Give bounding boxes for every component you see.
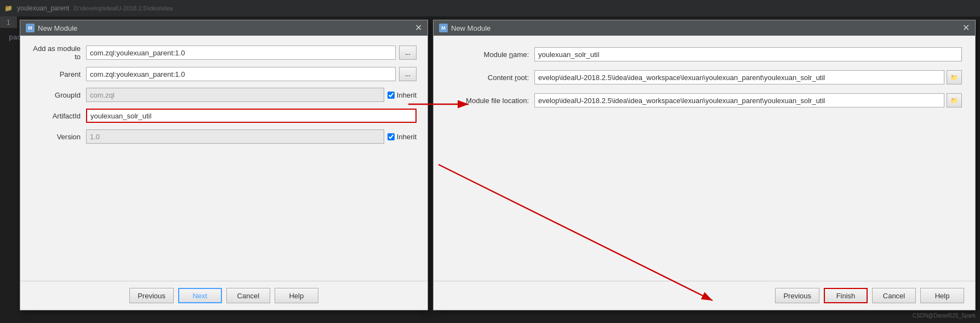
parent-row: Parent ...	[31, 66, 417, 82]
parent-input[interactable]	[86, 67, 396, 81]
group-id-label: GroupId	[31, 91, 86, 99]
right-dialog-close-button[interactable]: ✕	[962, 24, 970, 32]
module-file-browse-button[interactable]: 📁	[947, 93, 962, 107]
add-as-module-input[interactable]	[86, 46, 396, 60]
content-root-label: Content root:	[447, 73, 534, 82]
version-inherit-checkbox[interactable]	[388, 133, 395, 140]
parent-browse-button[interactable]: ...	[399, 67, 417, 81]
module-name-row: Module name:	[447, 47, 962, 62]
add-as-module-row: Add as module to ...	[31, 44, 417, 61]
left-dialog-title: New Module	[38, 24, 77, 32]
group-id-row: GroupId Inherit	[31, 87, 417, 103]
version-inherit-label: Inherit	[397, 133, 417, 141]
module-name-input[interactable]	[534, 47, 962, 61]
left-help-button[interactable]: Help	[275, 288, 318, 303]
version-inherit-wrap: Inherit	[388, 133, 417, 141]
parent-label: Parent	[31, 70, 86, 78]
content-root-row: Content root: 📁	[447, 70, 962, 85]
left-dialog-footer: Previous Next Cancel Help	[20, 281, 428, 310]
new-module-dialog-right: M New Module ✕ Module name: Content root…	[433, 20, 976, 310]
right-help-button[interactable]: Help	[920, 288, 964, 303]
content-root-input[interactable]	[534, 70, 944, 84]
module-file-label: Module file location:	[447, 97, 534, 105]
right-finish-button[interactable]: Finish	[824, 288, 868, 303]
new-module-dialog-left: M New Module ✕ Add as module to ... Pare…	[20, 20, 428, 310]
left-dialog-title-bar: M New Module ✕	[20, 20, 428, 36]
module-file-row: Module file location: 📁	[447, 93, 962, 108]
group-id-input[interactable]	[86, 88, 384, 102]
left-dialog-body: Add as module to ... Parent ... GroupId …	[20, 36, 428, 281]
artifact-id-row: ArtifactId	[31, 108, 417, 123]
add-as-module-label: Add as module to	[31, 44, 86, 61]
watermark: CSDN@Daniel525_Spark	[913, 313, 976, 319]
module-icon-right: M	[439, 24, 448, 32]
left-previous-button[interactable]: Previous	[129, 288, 174, 303]
module-name-label: Module name:	[447, 50, 534, 59]
left-dialog-close-button[interactable]: ✕	[415, 24, 422, 32]
right-dialog-title: New Module	[451, 24, 491, 32]
left-next-button[interactable]: Next	[178, 288, 222, 303]
module-icon-left: M	[26, 24, 35, 32]
left-cancel-button[interactable]: Cancel	[226, 288, 270, 303]
version-row: Version Inherit	[31, 129, 417, 144]
group-id-inherit-label: Inherit	[397, 91, 417, 99]
version-input[interactable]	[86, 129, 384, 144]
artifact-id-label: ArtifactId	[31, 112, 86, 120]
add-as-module-browse-button[interactable]: ...	[399, 46, 417, 60]
right-dialog-footer: Previous Finish Cancel Help	[434, 281, 975, 310]
right-cancel-button[interactable]: Cancel	[872, 288, 916, 303]
right-dialog-title-bar: M New Module ✕	[434, 20, 975, 36]
artifact-id-input[interactable]	[86, 109, 417, 123]
right-previous-button[interactable]: Previous	[775, 288, 819, 303]
module-file-input[interactable]	[534, 93, 944, 107]
version-label: Version	[31, 133, 86, 141]
group-id-inherit-checkbox[interactable]	[388, 92, 395, 99]
content-root-browse-button[interactable]: 📁	[947, 70, 962, 84]
right-dialog-body: Module name: Content root: 📁 Module file…	[434, 36, 975, 281]
group-id-inherit-wrap: Inherit	[388, 91, 417, 99]
